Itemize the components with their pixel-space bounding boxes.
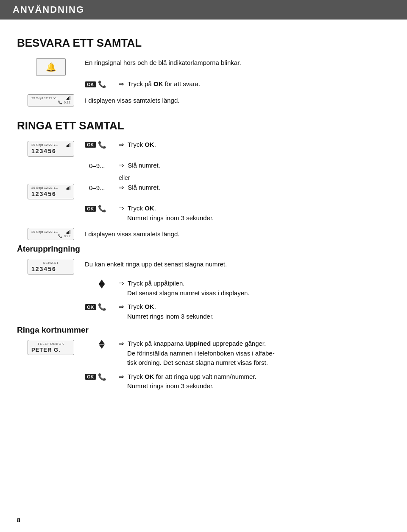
arrow-ringa2: ⇒	[119, 162, 124, 169]
kortnummer-arrow-up-icon	[99, 340, 105, 344]
ringa-step3-row: 29 Sept 12:22 Y... 123456 0–9... ⇒ Slå n…	[17, 183, 390, 199]
arrow-up-icon	[99, 280, 105, 284]
ringa-step3-instruction: Slå numret.	[128, 184, 160, 191]
ringa-step2-text: ⇒ Slå numret.	[119, 161, 390, 171]
arrow-kortnummer2: ⇒	[119, 373, 124, 380]
kortnummer-device: TELEFONBOK PETER G.	[17, 340, 85, 355]
signal-icon	[66, 96, 70, 100]
ringa-call-display2: 29 Sept 12:22 Y... 123456	[28, 184, 74, 199]
ateruppringning-step2-text: ⇒ Tryck OK. Numret rings inom 3 sekunder…	[119, 302, 390, 321]
arrow-ater2: ⇒	[119, 303, 124, 310]
ater-step1-line1: Tryck på uppåtpilen.	[128, 280, 185, 287]
ok-badge-ringa1: OK	[85, 142, 96, 148]
ringa-step3-label: 0–9...	[85, 183, 119, 191]
kortnummer-step1-text: ⇒ Tryck på knapparna Upp/ned upprepade g…	[119, 339, 390, 368]
ringa-display-date: 29 Sept 12:22 Y...	[31, 143, 58, 147]
ringa-step3-text: ⇒ Slå numret.	[119, 183, 390, 193]
updown-button[interactable]	[99, 280, 105, 288]
ringa-duration-display: 29 Sept 12:22 Y... 📞 0:22	[28, 228, 74, 240]
ringa-step1-text: ⇒ Tryck OK.	[119, 140, 390, 150]
ringa-duration-val: 0:22	[64, 234, 70, 238]
ok-badge-1: OK	[85, 81, 96, 87]
ringa-display-number1: 123456	[31, 148, 70, 154]
besvara-step2-text: I displayen visas samtalets längd.	[85, 93, 390, 106]
ringa-display2-top: 29 Sept 12:22 Y...	[31, 186, 70, 190]
besvara-step2-device: 29 Sept 12:22 Y... 📞 0:22	[17, 94, 85, 106]
ringa-step1-device: 29 Sept 12:22 Y... 123456	[17, 141, 85, 157]
header-bar: ANVÄNDNING	[0, 0, 407, 20]
section-ateruppringning-heading: Återuppringning	[17, 244, 390, 254]
ringa-step3-device: 29 Sept 12:22 Y... 123456	[17, 184, 85, 199]
page-title: ANVÄNDNING	[13, 4, 84, 15]
ok-phone-icon-1: 📞	[98, 80, 106, 88]
display-top-row: 29 Sept 12:22 Y...	[31, 96, 70, 100]
phonebook-display: TELEFONBOK PETER G.	[28, 340, 74, 355]
ringa-step1-row: 29 Sept 12:22 Y... 123456 OK 📞 ⇒ Tryck O…	[17, 140, 390, 157]
arrow-ringa3: ⇒	[119, 184, 124, 191]
ringa-step5-text: I displayen visas samtalets längd.	[85, 227, 390, 239]
senast-number: 123456	[31, 266, 70, 272]
phonebook-label: TELEFONBOK	[31, 342, 70, 346]
section-besvara-heading: BESVARA ETT SAMTAL	[17, 36, 390, 50]
senast-display: SENAST 123456	[28, 259, 74, 274]
ringa-step1-label: Tryck OK.	[128, 141, 156, 148]
ringa-dur-signal	[66, 230, 70, 234]
arrow-kortnummer1: ⇒	[119, 340, 124, 347]
ringa-signal2	[66, 186, 70, 190]
ateruppringning-intro-text: Du kan enkelt ringa upp det senast slagn…	[85, 258, 390, 269]
ok-badge-kortnummer: OK	[85, 374, 96, 380]
kortnummer-step2-text: ⇒ Tryck OK för att ringa upp valt namn/n…	[119, 372, 390, 391]
ok-phone-icon-ater: 📞	[98, 303, 106, 311]
kortnummer-step1-line1: Tryck på knapparna Upp/ned upprepade gån…	[128, 340, 266, 347]
ringa-step2-label: 0–9...	[85, 161, 119, 169]
updown-button-kortnummer[interactable]	[99, 340, 105, 349]
besvara-step1-row: OK 📞 ⇒ Tryck på OK för att svara.	[17, 79, 390, 89]
ateruppringning-step2-row: OK 📞 ⇒ Tryck OK. Numret rings inom 3 sek…	[17, 302, 390, 321]
ringa-step2-row: 0–9... ⇒ Slå numret.	[17, 161, 390, 171]
ateruppringning-step1-text: ⇒ Tryck på uppåtpilen. Det senast slagna…	[119, 279, 390, 298]
besvara-intro-row: 🔔 En ringsignal hörs och de blå indikato…	[17, 57, 390, 76]
besvara-step2-row: 29 Sept 12:22 Y... 📞 0:22 I displayen vi…	[17, 93, 390, 106]
ateruppringning-device: SENAST 123456	[17, 259, 85, 274]
besvara-step1-label: Tryck på OK för att svara.	[128, 80, 200, 87]
ater-step2-line2: Numret rings inom 3 sekunder.	[119, 313, 214, 320]
kortnummer-step2-line1: Tryck OK för att ringa upp valt namn/num…	[128, 373, 256, 380]
ringa-step4-text: ⇒ Tryck OK. Numret rings inom 3 sekunder…	[119, 204, 390, 223]
eller-divider: eller	[119, 174, 390, 181]
ateruppringning-step1-row: ⇒ Tryck på uppåtpilen. Det senast slagna…	[17, 279, 390, 298]
ringa-step4-row: OK 📞 ⇒ Tryck OK. Numret rings inom 3 sek…	[17, 204, 390, 223]
kortnummer-step2-line2: Numret rings inom 3 sekunder.	[119, 382, 214, 389]
ringa-call-display1: 29 Sept 12:22 Y... 123456	[28, 141, 74, 157]
ringa-step4-sub: Numret rings inom 3 sekunder.	[119, 214, 214, 221]
ringa-step2-instruction: Slå numret.	[128, 162, 160, 169]
call-icon: 📞	[58, 101, 62, 104]
senast-label: SENAST	[31, 261, 70, 265]
ater-step2-line1: Tryck OK.	[128, 303, 156, 310]
ringa-display2-number: 123456	[31, 190, 70, 197]
besvara-display-instruction: I displayen visas samtalets längd.	[85, 97, 179, 104]
ringa-dur-date: 29 Sept 12:22 Y...	[31, 230, 58, 234]
ringa-step5-device: 29 Sept 12:22 Y... 📞 0:22	[17, 228, 85, 240]
ringa-step4-label: Tryck OK.	[128, 204, 156, 212]
besvara-bell-device: 🔔	[17, 58, 85, 76]
ok-phone-icon-ringa4: 📞	[98, 204, 106, 213]
ok-phone-icon-ringa1: 📞	[98, 141, 106, 149]
kortnummer-step1-row: TELEFONBOK PETER G. ⇒ Tryck på knapparna…	[17, 339, 390, 368]
ringa-display2-date: 29 Sept 12:22 Y...	[31, 186, 58, 190]
besvara-call-display: 29 Sept 12:22 Y... 📞 0:22	[28, 94, 74, 106]
arrow-ringa4: ⇒	[119, 204, 124, 212]
arrow-1: ⇒	[119, 80, 124, 87]
section-kortnummer-heading: Ringa kortnummer	[17, 325, 390, 335]
arrow-ater1: ⇒	[119, 280, 124, 287]
ringa-signal	[66, 143, 70, 147]
arrow-down-icon	[99, 284, 105, 288]
call-duration: 0:22	[64, 101, 70, 104]
ok-badge-ringa4: OK	[85, 206, 96, 212]
ringa-dur-bottom: 📞 0:22	[31, 234, 70, 238]
besvara-intro-text: En ringsignal hörs och de blå indikatorl…	[85, 59, 241, 66]
display-date: 29 Sept 12:22 Y...	[31, 96, 58, 100]
section-ringa-heading: RINGA ETT SAMTAL	[17, 119, 390, 132]
ateruppringning-intro-row: SENAST 123456 Du kan enkelt ringa upp de…	[17, 258, 390, 274]
ateruppringning-intro-span: Du kan enkelt ringa upp det senast slagn…	[85, 260, 227, 268]
besvara-step1-text: ⇒ Tryck på OK för att svara.	[119, 79, 390, 89]
